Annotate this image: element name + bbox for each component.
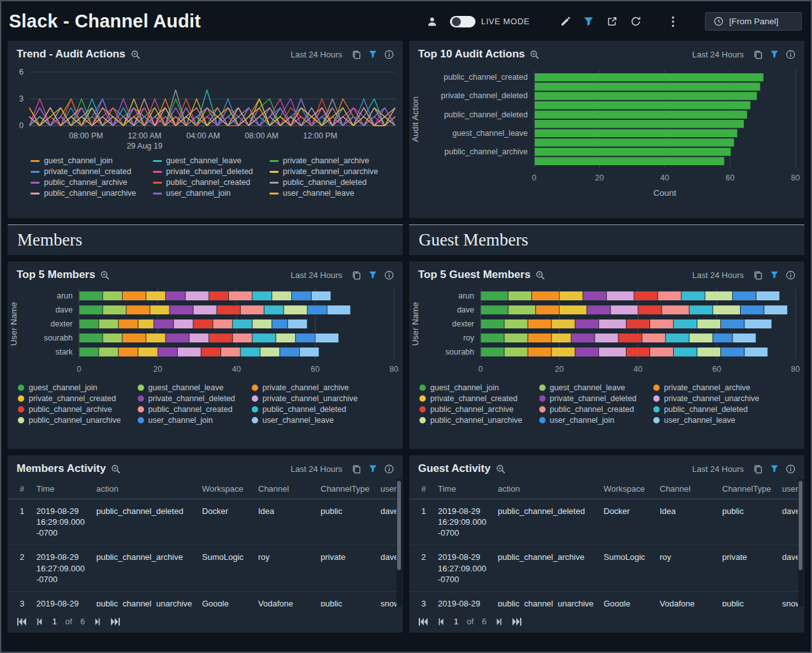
legend-item[interactable]: public_channel_archive xyxy=(18,405,121,414)
column-header[interactable]: Time xyxy=(31,479,91,499)
legend-item[interactable]: public_channel_created xyxy=(153,178,253,187)
time-range-label[interactable]: Last 24 Hours xyxy=(692,50,744,59)
filter-funnel-icon[interactable] xyxy=(770,270,779,279)
legend-item[interactable]: guest_channel_leave xyxy=(138,383,235,392)
table-row[interactable]: 32019-08-29 16:25:09.000 -0700public_cha… xyxy=(8,591,402,606)
filter-funnel-icon[interactable] xyxy=(583,16,594,27)
copy-icon[interactable] xyxy=(753,270,763,280)
scrollbar-thumb[interactable] xyxy=(397,481,401,570)
column-header[interactable]: # xyxy=(410,479,433,499)
legend-item[interactable]: public_channel_archive xyxy=(31,178,136,187)
scrollbar-thumb[interactable] xyxy=(799,481,802,570)
legend-item[interactable]: private_channel_created xyxy=(31,167,136,176)
column-header[interactable]: Workspace xyxy=(197,479,253,499)
legend-item[interactable]: private_channel_archive xyxy=(252,383,358,392)
info-icon[interactable] xyxy=(786,464,795,474)
zoom-in-icon[interactable] xyxy=(496,464,505,474)
legend-item[interactable]: private_channel_created xyxy=(419,394,523,403)
column-header[interactable]: Channel xyxy=(253,479,315,499)
legend-item[interactable]: public_channel_archive xyxy=(419,405,523,414)
first-page-icon[interactable] xyxy=(17,618,27,626)
top5-guests-stacked-chart[interactable]: arundavedexterroysourabh020406080User Na… xyxy=(409,285,804,378)
legend-item[interactable]: private_channel_unarchive xyxy=(270,167,378,176)
legend-item[interactable]: public_channel_created xyxy=(138,405,235,414)
info-icon[interactable] xyxy=(384,270,394,280)
column-header[interactable]: action xyxy=(91,479,197,499)
zoom-in-icon[interactable] xyxy=(530,50,539,59)
first-page-icon[interactable] xyxy=(418,618,428,626)
info-icon[interactable] xyxy=(786,270,795,280)
vertical-scrollbar[interactable] xyxy=(798,479,804,606)
top10-bar-chart[interactable]: public_channel_createdprivate_channel_de… xyxy=(409,64,804,203)
legend-item[interactable]: guest_channel_leave xyxy=(539,383,637,392)
zoom-in-icon[interactable] xyxy=(111,464,120,474)
legend-item[interactable]: guest_channel_leave xyxy=(153,156,253,165)
column-header[interactable]: action xyxy=(493,479,598,499)
legend-item[interactable]: user_channel_join xyxy=(153,189,253,198)
info-icon[interactable] xyxy=(384,464,394,474)
zoom-in-icon[interactable] xyxy=(131,50,140,59)
top5-members-stacked-chart[interactable]: arundavedextersourabhstark020406080User … xyxy=(8,285,403,378)
info-icon[interactable] xyxy=(786,50,795,59)
next-page-icon[interactable] xyxy=(495,618,504,626)
legend-item[interactable]: private_channel_unarchive xyxy=(252,394,358,403)
table-row[interactable]: 22019-08-29 16:27:09.000 -0700public_cha… xyxy=(8,545,402,591)
time-range-label[interactable]: Last 24 Hours xyxy=(291,464,342,474)
legend-item[interactable]: guest_channel_join xyxy=(18,383,121,392)
table-row[interactable]: 12019-08-29 16:29:09.000 -0700public_cha… xyxy=(8,499,402,545)
legend-item[interactable]: private_channel_deleted xyxy=(153,167,253,176)
copy-icon[interactable] xyxy=(753,50,763,59)
legend-item[interactable]: guest_channel_join xyxy=(31,156,136,165)
last-page-icon[interactable] xyxy=(512,618,522,626)
zoom-in-icon[interactable] xyxy=(535,270,545,280)
edit-pencil-icon[interactable] xyxy=(560,17,570,27)
legend-item[interactable]: private_channel_archive xyxy=(270,156,378,165)
trend-line-chart[interactable]: 03608:00 PM12:00 AM29 Aug 1904:00 AM08:0… xyxy=(8,64,403,151)
copy-icon[interactable] xyxy=(352,270,361,280)
filter-funnel-icon[interactable] xyxy=(770,464,779,473)
legend-item[interactable]: public_channel_unarchive xyxy=(18,416,121,425)
legend-item[interactable]: guest_channel_join xyxy=(419,383,523,392)
legend-item[interactable]: private_channel_archive xyxy=(653,383,759,392)
legend-item[interactable]: user_channel_join xyxy=(539,416,637,425)
prev-page-icon[interactable] xyxy=(437,618,446,626)
column-header[interactable]: ChannelType xyxy=(315,479,375,499)
legend-item[interactable]: user_channel_leave xyxy=(270,189,378,198)
legend-item[interactable]: private_channel_deleted xyxy=(539,394,637,403)
legend-item[interactable]: public_channel_created xyxy=(539,405,637,414)
legend-item[interactable]: public_channel_deleted xyxy=(653,405,759,414)
last-page-icon[interactable] xyxy=(110,618,120,626)
table-row[interactable]: 32019-08-29 16:25:09.000 -0700public_cha… xyxy=(410,591,804,606)
copy-icon[interactable] xyxy=(352,464,361,474)
filter-funnel-icon[interactable] xyxy=(368,50,377,59)
legend-item[interactable]: private_channel_created xyxy=(18,394,121,403)
kebab-menu-icon[interactable] xyxy=(672,16,674,27)
filter-funnel-icon[interactable] xyxy=(368,464,377,473)
info-icon[interactable] xyxy=(384,50,394,59)
refresh-icon[interactable] xyxy=(630,16,641,27)
copy-icon[interactable] xyxy=(352,50,361,59)
column-header[interactable]: Workspace xyxy=(598,479,655,499)
time-range-label[interactable]: Last 24 Hours xyxy=(692,270,744,280)
filter-funnel-icon[interactable] xyxy=(770,50,779,59)
prev-page-icon[interactable] xyxy=(35,618,44,626)
legend-item[interactable]: user_channel_join xyxy=(138,416,235,425)
time-range-label[interactable]: Last 24 Hours xyxy=(291,50,342,59)
column-header[interactable]: Time xyxy=(433,479,493,499)
next-page-icon[interactable] xyxy=(93,618,102,626)
legend-item[interactable]: private_channel_unarchive xyxy=(653,394,759,403)
zoom-in-icon[interactable] xyxy=(100,270,110,280)
legend-item[interactable]: private_channel_deleted xyxy=(138,394,235,403)
table-row[interactable]: 22019-08-29 16:27:09.000 -0700public_cha… xyxy=(410,545,804,591)
legend-item[interactable]: public_channel_deleted xyxy=(252,405,358,414)
legend-item[interactable]: user_channel_leave xyxy=(252,416,358,425)
legend-item[interactable]: public_channel_deleted xyxy=(270,178,378,187)
time-range-selector[interactable]: [From Panel] xyxy=(705,12,802,31)
legend-item[interactable]: public_channel_unarchive xyxy=(419,416,523,425)
copy-icon[interactable] xyxy=(753,464,763,474)
live-mode-toggle[interactable] xyxy=(450,16,475,27)
column-header[interactable]: # xyxy=(8,479,31,499)
legend-item[interactable]: public_channel_unarchive xyxy=(31,189,136,198)
share-export-icon[interactable] xyxy=(607,16,618,27)
time-range-label[interactable]: Last 24 Hours xyxy=(692,464,744,474)
